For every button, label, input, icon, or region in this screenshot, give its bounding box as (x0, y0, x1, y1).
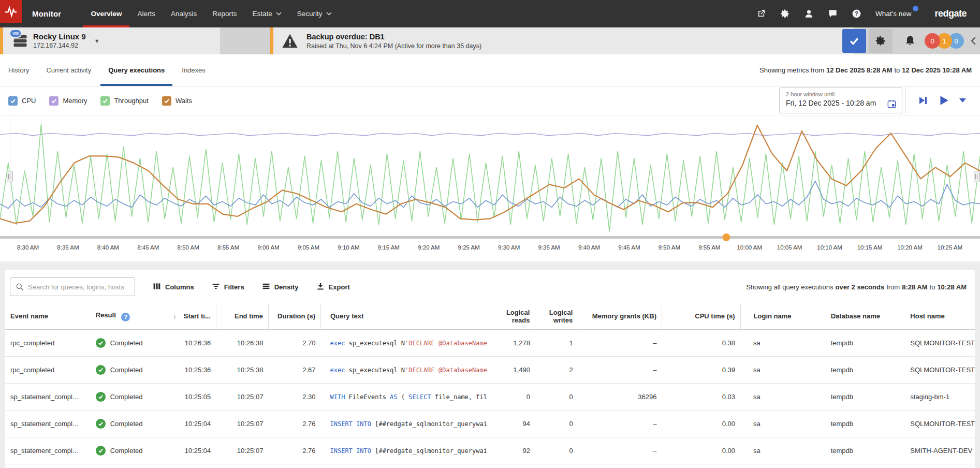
chevron-down-icon[interactable] (959, 98, 966, 103)
alert-settings-button[interactable] (869, 29, 893, 53)
cell-lreads: 94 (487, 410, 535, 437)
legend-toggle-throughput[interactable]: Throughput (100, 96, 149, 106)
tab-history[interactable]: History (1, 54, 37, 86)
table-row[interactable]: sp_statement_compl...Completed10:25:0510… (5, 383, 975, 410)
cell-mgrants: – (578, 356, 662, 383)
column-header-result[interactable]: Result? (85, 303, 164, 329)
cell-login: sa (740, 329, 818, 356)
column-label: CPU time (s) (695, 312, 735, 320)
column-header-mgrants[interactable]: Memory grants (KB) (578, 303, 662, 329)
metrics-caption: Showing metrics from 12 Dec 2025 8:28 AM… (759, 54, 972, 86)
legend-toggle-memory[interactable]: Memory (49, 96, 87, 106)
tab-query-executions[interactable]: Query executions (100, 54, 172, 86)
x-tick-label: 9:50 AM (659, 244, 680, 251)
x-tick-label: 8:50 AM (178, 244, 199, 251)
query-text: exec sp_executesql N'DECLARE @DatabaseNa… (330, 367, 487, 374)
column-header-query[interactable]: Query text (320, 303, 487, 329)
query-text: WITH FileEvents AS ( SELECT file_name, f… (330, 393, 487, 401)
column-header-login[interactable]: Login name (740, 303, 818, 329)
alert-banner[interactable]: Backup overdue: DB1 Raised at Thu, Nov 6… (270, 27, 854, 54)
nav-item-security[interactable]: Security (289, 0, 340, 27)
legend-toggle-cpu[interactable]: CPU (8, 96, 36, 106)
x-tick-label: 9:15 AM (378, 244, 400, 251)
play-icon[interactable] (938, 94, 950, 107)
checkbox-checked-icon[interactable] (49, 96, 58, 106)
column-label: End time (235, 312, 263, 320)
cell-event: rpc_completed (5, 329, 85, 356)
nav-items: OverviewAlertsAnalysisReportsEstateSecur… (83, 0, 339, 27)
column-header-lreads[interactable]: Logical reads (487, 303, 535, 329)
x-tick-label: 9:00 AM (257, 244, 279, 251)
column-header-db[interactable]: Database name (818, 303, 898, 329)
skip-to-end-icon[interactable] (918, 95, 928, 106)
nav-item-reports[interactable]: Reports (204, 0, 244, 27)
alert-subtitle: Raised at Thu, Nov 6 4:24 PM (Active for… (306, 42, 481, 50)
cell-result: Completed (85, 410, 164, 437)
nav-item-estate[interactable]: Estate (245, 0, 289, 27)
cell-duration: 2.30 (268, 383, 320, 410)
slider-marker[interactable] (722, 233, 730, 241)
acknowledge-button[interactable] (842, 29, 866, 53)
export-icon (316, 282, 325, 292)
column-header-lwrites[interactable]: Logical writes (535, 303, 578, 329)
column-header-start[interactable]: ↓Start ti... (164, 303, 216, 329)
tab-current-activity[interactable]: Current activity (38, 54, 99, 86)
success-check-icon (96, 365, 106, 375)
slider-track[interactable] (0, 236, 980, 239)
bell-icon[interactable] (904, 35, 916, 47)
nav-item-overview[interactable]: Overview (83, 0, 129, 27)
legend-toggle-waits[interactable]: Waits (162, 96, 192, 106)
sort-desc-icon: ↓ (173, 312, 177, 320)
cell-query: WITH FileEvents AS ( SELECT file_name, f… (320, 383, 487, 410)
density-button[interactable]: Density (262, 282, 299, 292)
cell-lwrites: 0 (535, 383, 578, 410)
nav-item-analysis[interactable]: Analysis (163, 0, 204, 27)
alert-badge[interactable]: 0 (925, 33, 940, 49)
whats-new-link[interactable]: What's new (875, 10, 911, 18)
cell-cpu: 0.00 (662, 437, 740, 464)
table-row[interactable]: sp_statement_compl...Completed10:25:0410… (5, 437, 975, 464)
chart-controls-row: CPUMemoryThroughputWaits 2 hour window u… (0, 86, 980, 115)
gear-icon[interactable] (780, 9, 790, 19)
x-tick-label: 9:20 AM (418, 244, 440, 251)
table-row[interactable]: sp_statement_compl...Completed10:25:0410… (5, 410, 975, 437)
cell-event: sp_statement_compl... (5, 437, 85, 464)
checkbox-checked-icon[interactable] (100, 96, 110, 106)
x-tick-label: 8:40 AM (97, 244, 119, 251)
server-selector[interactable]: VM Rocky Linux 9 172.167.144.92 ▼ (0, 27, 220, 54)
time-window-picker[interactable]: 2 hour window until Fri, 12 Dec 2025 - 1… (779, 87, 902, 113)
column-header-end[interactable]: End time (216, 303, 268, 329)
collapse-chevron-icon[interactable] (970, 36, 977, 46)
nav-item-alerts[interactable]: Alerts (129, 0, 163, 27)
app-logo-icon[interactable] (0, 0, 22, 23)
column-header-host[interactable]: Host name (897, 303, 975, 329)
button-label: Columns (165, 283, 194, 291)
chat-icon[interactable] (828, 9, 838, 19)
chart-right-handle[interactable] (974, 171, 980, 182)
columns-button[interactable]: Columns (153, 282, 194, 292)
column-header-cpu[interactable]: CPU time (s) (662, 303, 740, 329)
table-row[interactable]: rpc_completedCompleted10:26:3610:26:382.… (5, 329, 975, 356)
chart-left-handle[interactable] (7, 171, 13, 182)
search-input[interactable] (28, 283, 130, 291)
calendar-icon[interactable] (887, 99, 897, 109)
cell-duration: 2.76 (268, 437, 320, 464)
server-dropdown-caret[interactable]: ▼ (94, 38, 100, 44)
table-row[interactable]: rpc_completedCompleted10:25:3610:25:382.… (5, 356, 975, 383)
help-icon[interactable]: ? (121, 313, 130, 321)
column-header-duration[interactable]: Duration (s) (268, 303, 320, 329)
chevron-down-icon (276, 12, 282, 16)
open-in-new-icon[interactable] (756, 9, 766, 19)
export-button[interactable]: Export (316, 282, 350, 292)
user-icon[interactable] (804, 9, 814, 19)
help-icon[interactable]: ? (852, 9, 861, 19)
column-header-event[interactable]: Event name (5, 303, 85, 329)
svg-text:?: ? (855, 10, 858, 17)
success-check-icon (96, 392, 106, 402)
checkbox-checked-icon[interactable] (162, 96, 171, 106)
cell-start: 10:25:04 (164, 410, 216, 437)
filters-button[interactable]: Filters (212, 282, 244, 292)
tab-indexes[interactable]: Indexes (174, 54, 213, 86)
cell-mgrants: – (578, 410, 662, 437)
checkbox-checked-icon[interactable] (8, 96, 18, 106)
